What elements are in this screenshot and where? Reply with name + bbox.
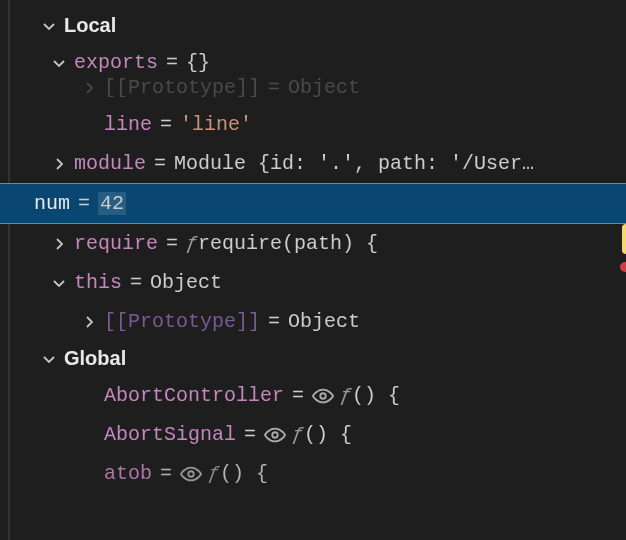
chevron-right-icon xyxy=(50,235,68,253)
eye-icon xyxy=(264,424,286,446)
equals-sign: = xyxy=(268,310,280,333)
variable-name: require xyxy=(74,232,158,255)
variable-value: Module {id: '.', path: '/User… xyxy=(174,152,534,175)
variable-value: Object xyxy=(288,310,360,333)
chevron-right-icon xyxy=(50,155,68,173)
variable-row[interactable]: AbortSignal = ƒ () { xyxy=(10,415,626,454)
variable-value: () { xyxy=(352,384,400,407)
variable-value: Object xyxy=(150,271,222,294)
variable-value: 'line' xyxy=(180,113,252,136)
chevron-right-icon xyxy=(80,79,98,97)
variable-value: 42 xyxy=(98,192,126,215)
variable-name: AbortSignal xyxy=(104,423,236,446)
equals-sign: = xyxy=(160,113,172,136)
gutter-dot xyxy=(620,262,626,272)
chevron-down-icon xyxy=(50,274,68,292)
variable-row-ghost: [[Prototype]] = Object xyxy=(10,76,626,105)
variable-row[interactable]: module = Module {id: '.', path: '/User… xyxy=(10,144,626,183)
variable-name: module xyxy=(74,152,146,175)
equals-sign: = xyxy=(268,76,280,99)
variable-name: [[Prototype]] xyxy=(104,76,260,99)
scope-header-local[interactable]: Local xyxy=(10,8,626,43)
chevron-down-icon xyxy=(40,350,58,368)
variable-row-selected[interactable]: num = 42 xyxy=(0,183,626,224)
variable-value: require(path) { xyxy=(198,232,378,255)
svg-point-1 xyxy=(272,432,278,438)
eye-icon xyxy=(180,463,202,485)
scope-label: Global xyxy=(64,347,126,370)
scope-label: Local xyxy=(64,14,116,37)
variable-row[interactable]: [[Prototype]] = Object xyxy=(10,302,626,341)
variable-value: Object xyxy=(288,76,360,99)
function-f-glyph: ƒ xyxy=(340,384,352,407)
equals-sign: = xyxy=(154,152,166,175)
scope-header-global[interactable]: Global xyxy=(10,341,626,376)
variable-value: () { xyxy=(304,423,352,446)
chevron-right-icon xyxy=(80,313,98,331)
variable-name: num xyxy=(34,192,70,215)
variable-value: () { xyxy=(220,462,268,485)
variable-name: exports xyxy=(74,51,158,74)
variable-name: this xyxy=(74,271,122,294)
variable-name: AbortController xyxy=(104,384,284,407)
variable-row[interactable]: AbortController = ƒ () { xyxy=(10,376,626,415)
variable-name: [[Prototype]] xyxy=(104,310,260,333)
function-f-glyph: ƒ xyxy=(208,462,220,485)
eye-icon xyxy=(312,385,334,407)
equals-sign: = xyxy=(244,423,256,446)
variable-name: atob xyxy=(104,462,152,485)
function-f-glyph: ƒ xyxy=(292,423,304,446)
variable-name: line xyxy=(104,113,152,136)
variable-value: {} xyxy=(186,51,210,74)
equals-sign: = xyxy=(166,51,178,74)
chevron-down-icon xyxy=(40,17,58,35)
equals-sign: = xyxy=(78,192,90,215)
variable-row[interactable]: line = 'line' xyxy=(10,105,626,144)
equals-sign: = xyxy=(130,271,142,294)
variable-row[interactable]: this = Object xyxy=(10,263,626,302)
svg-point-0 xyxy=(320,393,326,399)
gutter-marker xyxy=(622,224,626,254)
variable-row[interactable]: require = ƒ require(path) { xyxy=(10,224,626,263)
chevron-down-icon xyxy=(50,54,68,72)
equals-sign: = xyxy=(292,384,304,407)
equals-sign: = xyxy=(166,232,178,255)
svg-point-2 xyxy=(188,471,194,477)
function-f-glyph: ƒ xyxy=(186,232,198,255)
equals-sign: = xyxy=(160,462,172,485)
variables-panel: Local exports = {} [[Prototype]] = Objec… xyxy=(8,0,626,540)
variable-row[interactable]: atob = ƒ () { xyxy=(10,454,626,493)
